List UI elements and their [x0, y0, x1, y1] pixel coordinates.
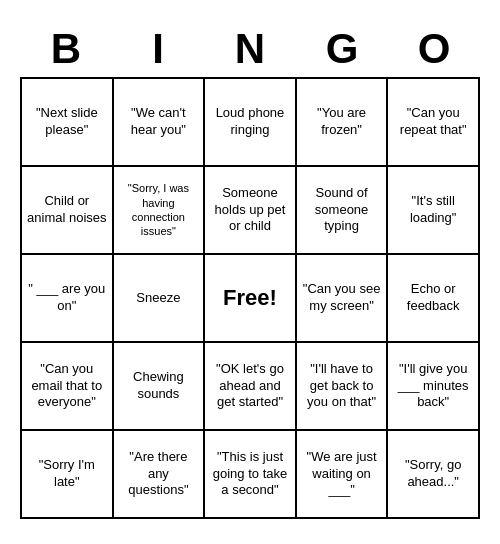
bingo-grid: "Next slide please""We can't hear you"Lo… — [20, 77, 480, 519]
bingo-cell-9: "It's still loading" — [388, 167, 480, 255]
bingo-cell-11: Sneeze — [114, 255, 206, 343]
bingo-cell-15: "Can you email that to everyone" — [22, 343, 114, 431]
bingo-cell-5: Child or animal noises — [22, 167, 114, 255]
bingo-cell-17: "OK let's go ahead and get started" — [205, 343, 297, 431]
bingo-card: B I N G O "Next slide please""We can't h… — [10, 15, 490, 529]
header-i: I — [114, 25, 202, 73]
bingo-cell-4: "Can you repeat that" — [388, 79, 480, 167]
bingo-cell-2: Loud phone ringing — [205, 79, 297, 167]
bingo-cell-18: "I'll have to get back to you on that" — [297, 343, 389, 431]
bingo-cell-7: Someone holds up pet or child — [205, 167, 297, 255]
bingo-cell-12: Free! — [205, 255, 297, 343]
bingo-header: B I N G O — [20, 25, 480, 73]
bingo-cell-19: "I'll give you ___ minutes back" — [388, 343, 480, 431]
bingo-cell-23: "We are just waiting on ___" — [297, 431, 389, 519]
header-g: G — [298, 25, 386, 73]
header-o: O — [390, 25, 478, 73]
bingo-cell-22: "This is just going to take a second" — [205, 431, 297, 519]
bingo-cell-10: " ___ are you on" — [22, 255, 114, 343]
bingo-cell-21: "Are there any questions" — [114, 431, 206, 519]
bingo-cell-1: "We can't hear you" — [114, 79, 206, 167]
header-b: B — [22, 25, 110, 73]
bingo-cell-6: "Sorry, I was having connection issues" — [114, 167, 206, 255]
bingo-cell-16: Chewing sounds — [114, 343, 206, 431]
bingo-cell-20: "Sorry I'm late" — [22, 431, 114, 519]
bingo-cell-14: Echo or feedback — [388, 255, 480, 343]
bingo-cell-3: "You are frozen" — [297, 79, 389, 167]
bingo-cell-13: "Can you see my screen" — [297, 255, 389, 343]
bingo-cell-24: "Sorry, go ahead..." — [388, 431, 480, 519]
header-n: N — [206, 25, 294, 73]
bingo-cell-8: Sound of someone typing — [297, 167, 389, 255]
bingo-cell-0: "Next slide please" — [22, 79, 114, 167]
